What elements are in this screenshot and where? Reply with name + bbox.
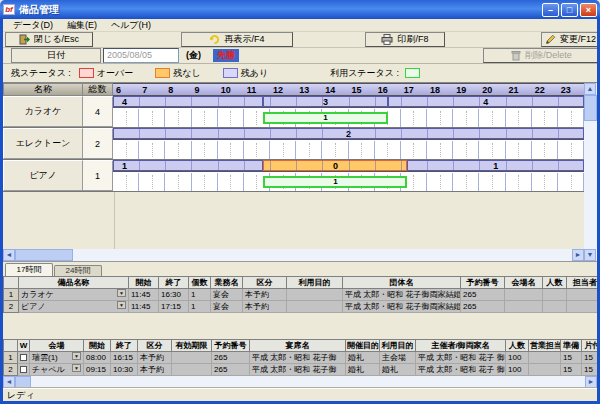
- hour-cell: [506, 173, 532, 191]
- scroll-down-icon[interactable]: ▼: [584, 249, 596, 261]
- column-header: W: [18, 340, 30, 352]
- gantt-hscrollbar[interactable]: ◄ ►: [3, 249, 584, 261]
- checkbox[interactable]: [20, 366, 27, 373]
- band-hour-line: [270, 160, 271, 172]
- availability-segment[interactable]: 4: [388, 96, 584, 107]
- hour-label: 22: [532, 84, 545, 96]
- column-header: 備品名称: [19, 277, 129, 289]
- delete-button[interactable]: 削除/Delete: [483, 48, 600, 63]
- hour-cell: [427, 141, 453, 159]
- refresh-button[interactable]: 再表示/F4: [181, 32, 293, 47]
- hour-label: 16: [375, 84, 388, 96]
- dropdown-icon[interactable]: ▼: [117, 301, 126, 309]
- scroll-right-icon[interactable]: ►: [585, 376, 597, 388]
- cell: [529, 352, 561, 364]
- availability-segment-none[interactable]: 0: [263, 160, 407, 171]
- availability-segment[interactable]: 3: [263, 96, 387, 107]
- gantt-hscroll-thumb[interactable]: [15, 249, 73, 261]
- band-hour-line: [218, 128, 219, 140]
- hour-label: 10: [218, 84, 231, 96]
- minimize-button[interactable]: –: [542, 3, 559, 17]
- tab-17hour[interactable]: 17時間: [5, 263, 53, 276]
- availability-segment[interactable]: 4: [113, 96, 263, 107]
- table-row: 2▼ピアノ11:4517:151宴会本予約平成 太郎・昭和 花子御両家結婚披露宴…: [4, 301, 600, 313]
- print-button[interactable]: 印刷/F8: [365, 32, 445, 47]
- hour-cell: [139, 141, 165, 159]
- scroll-right-icon[interactable]: ►: [572, 249, 584, 261]
- hour-cell: [218, 141, 244, 159]
- tab-24hour[interactable]: 24時間: [54, 265, 102, 276]
- name-column-header: 名称: [3, 83, 83, 96]
- hour-cell: [113, 173, 139, 191]
- column-header: 人数: [543, 277, 567, 289]
- table-row: 1▼カラオケ11:4516:301宴会本予約平成 太郎・昭和 花子御両家結婚披露…: [4, 289, 600, 301]
- cell: 平成 太郎・昭和 花子御: [250, 352, 346, 364]
- dropdown-icon[interactable]: ▼: [117, 289, 126, 297]
- checkbox[interactable]: [20, 354, 27, 361]
- cell: [543, 289, 567, 301]
- menu-edit[interactable]: 編集(E): [61, 20, 103, 30]
- menu-data[interactable]: データ(D): [7, 20, 59, 30]
- cell: ▼カラオケ: [19, 289, 129, 301]
- band-hour-line: [453, 128, 454, 140]
- scroll-up-icon[interactable]: ▲: [584, 83, 596, 95]
- availability-band: 2: [113, 128, 584, 140]
- change-button[interactable]: 変更/F12: [541, 32, 600, 47]
- rokuyo-text: 先勝: [213, 49, 239, 62]
- menu-bar: データ(D) 編集(E) ヘルプ(H): [3, 19, 597, 32]
- column-header: 開始: [84, 340, 111, 352]
- cell: 平成 太郎・昭和 花子御: [250, 364, 346, 376]
- equipment-name-cell[interactable]: ピアノ: [3, 160, 83, 191]
- hour-cell: [506, 141, 532, 159]
- hour-label: 12: [270, 84, 283, 96]
- view-tabs: 17時間 24時間: [3, 262, 597, 276]
- close-window-button[interactable]: ×: [580, 3, 597, 17]
- dropdown-icon[interactable]: ▼: [72, 364, 81, 372]
- date-input[interactable]: 2005/08/05: [103, 48, 179, 63]
- hour-label: 21: [506, 84, 519, 96]
- band-hour-line: [244, 160, 245, 172]
- title-bar[interactable]: bf 備品管理 – □ ×: [0, 0, 600, 19]
- close-esc-button[interactable]: 閉じる/Esc: [5, 32, 93, 47]
- hour-label: 7: [139, 84, 147, 96]
- date-field-label: 日付: [11, 48, 101, 63]
- gantt-vscrollbar[interactable]: ▲ ▼: [584, 83, 597, 261]
- gantt-vscroll-track: [584, 121, 597, 249]
- equipment-name-cell[interactable]: カラオケ: [3, 96, 83, 127]
- availability-segment[interactable]: 1: [113, 160, 263, 171]
- column-header: 業務名: [211, 277, 243, 289]
- hour-cell: [270, 141, 296, 159]
- band-hour-line: [244, 96, 245, 108]
- hour-cell: [453, 173, 479, 191]
- change-label: 変更/F12: [560, 33, 596, 46]
- column-header: 利用目的: [287, 277, 343, 289]
- cell: 婚礼: [380, 364, 416, 376]
- hour-cell: [113, 109, 139, 127]
- hour-cell: [218, 173, 244, 191]
- dropdown-icon[interactable]: ▼: [72, 352, 81, 360]
- use-status-title: 利用ステータス :: [330, 67, 399, 80]
- cell: 16:15: [111, 352, 138, 364]
- total-column-header: 総数: [83, 83, 113, 96]
- menu-help[interactable]: ヘルプ(H): [105, 20, 157, 30]
- refresh-label: 再表示/F4: [224, 33, 264, 46]
- usage-bar[interactable]: 1: [263, 176, 407, 188]
- gantt-area: 名称 総数 67891011121314151617181920212223 カ…: [3, 83, 597, 262]
- window-frame: データ(D) 編集(E) ヘルプ(H) 閉じる/Esc 再表示/F4: [0, 19, 600, 404]
- scroll-left-icon[interactable]: ◄: [3, 376, 15, 388]
- delete-label: 削除/Delete: [525, 49, 572, 62]
- maximize-button[interactable]: □: [561, 3, 578, 17]
- gantt-row: ピアノ11011: [3, 160, 584, 192]
- band-hour-line: [558, 128, 559, 140]
- scroll-left-icon[interactable]: ◄: [3, 249, 15, 261]
- remain-label: 残あり: [241, 67, 268, 80]
- bottom-hscroll-thumb[interactable]: [15, 376, 31, 388]
- gantt-hscroll-track: [73, 249, 572, 261]
- gantt-vscroll-thumb[interactable]: [584, 95, 597, 121]
- column-header: 営業担当: [529, 340, 561, 352]
- bottom-hscrollbar[interactable]: ◄ ►: [3, 376, 597, 388]
- usage-bar[interactable]: 1: [263, 112, 387, 124]
- equipment-name-cell[interactable]: エレクトーン: [3, 128, 83, 159]
- hour-cell: [192, 173, 218, 191]
- band-hour-line: [270, 96, 271, 108]
